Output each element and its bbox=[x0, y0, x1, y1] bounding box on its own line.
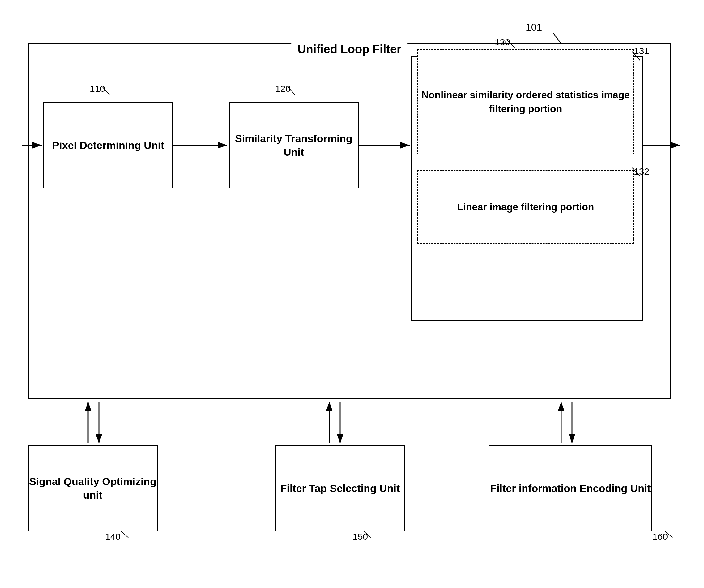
similarity-transforming-unit-label: Similarity Transforming Unit bbox=[230, 132, 358, 159]
filter-info-encoding-box: Filter information Encoding Unit bbox=[488, 445, 652, 531]
svg-line-16 bbox=[121, 531, 128, 538]
ref-140-label: 140 bbox=[105, 531, 121, 542]
pixel-determining-unit-box: Pixel Determining Unit bbox=[43, 102, 173, 189]
ref-132-label: 132 bbox=[634, 166, 649, 177]
ref-101-label: 101 bbox=[526, 22, 542, 33]
filter-info-encoding-label: Filter information Encoding Unit bbox=[490, 481, 650, 495]
diagram-container: 101 Unified Loop Filter Pixel Determinin… bbox=[18, 18, 686, 581]
ref-110-label: 110 bbox=[90, 83, 105, 94]
ref-120-label: 120 bbox=[275, 83, 291, 94]
filter-tap-selecting-label: Filter Tap Selecting Unit bbox=[280, 481, 400, 495]
ref-130-label: 130 bbox=[495, 37, 510, 48]
ref-160-label: 160 bbox=[652, 531, 668, 542]
signal-quality-optimizing-label: Signal Quality Optimizing unit bbox=[29, 475, 157, 502]
nonlinear-portion-box: Nonlinear similarity ordered statistics … bbox=[417, 50, 634, 154]
pixel-determining-unit-label: Pixel Determining Unit bbox=[52, 138, 165, 152]
linear-portion-box: Linear image filtering portion bbox=[417, 170, 634, 244]
unified-loop-filter-label: Unified Loop Filter bbox=[291, 43, 408, 56]
signal-quality-optimizing-box: Signal Quality Optimizing unit bbox=[28, 445, 158, 531]
ref-131-label: 131 bbox=[634, 46, 649, 56]
filter-tap-selecting-box: Filter Tap Selecting Unit bbox=[275, 445, 405, 531]
nonlinear-portion-label: Nonlinear similarity ordered statistics … bbox=[418, 88, 633, 116]
linear-portion-label: Linear image filtering portion bbox=[457, 200, 594, 214]
ref-150-label: 150 bbox=[352, 531, 368, 542]
similarity-transforming-unit-box: Similarity Transforming Unit bbox=[229, 102, 359, 189]
